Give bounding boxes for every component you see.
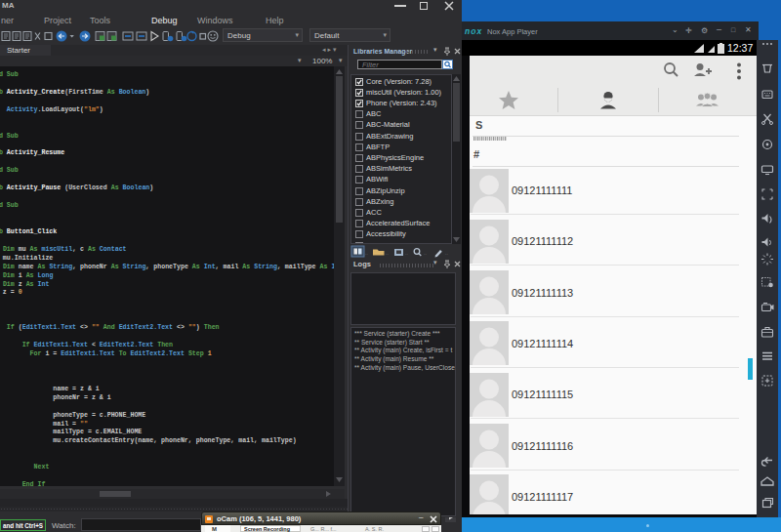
svg-text:..: .. [365,250,368,256]
svg-text:..: .. [405,250,408,256]
svg-text:..: .. [445,250,448,256]
svg-text:..: .. [386,250,389,256]
svg-text:..: .. [424,250,427,256]
